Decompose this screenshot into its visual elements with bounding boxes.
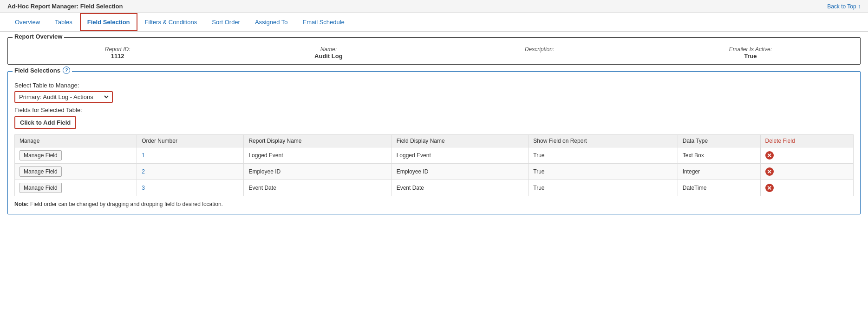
col-header-report-display-name: Report Display Name — [244, 135, 392, 147]
delete-field-icon[interactable]: ✕ — [765, 167, 774, 176]
tab-filters-conditions[interactable]: Filters & Conditions — [137, 13, 205, 31]
table-body: Manage Field1Logged EventLogged EventTru… — [15, 147, 854, 196]
table-select[interactable]: Primary: Audit Log - Actions — [17, 93, 110, 101]
data-type-cell: Text Box — [678, 147, 760, 164]
tab-assigned-to[interactable]: Assigned To — [248, 13, 295, 31]
overview-label: Emailer Is Active: — [729, 46, 772, 53]
field-selections-section: Field Selections ? Select Table to Manag… — [7, 71, 861, 214]
col-header-delete-field: Delete Field — [760, 135, 853, 147]
manage-field-button[interactable]: Manage Field — [20, 183, 62, 193]
fields-table: ManageOrder NumberReport Display NameFie… — [14, 134, 854, 196]
app-header: Ad-Hoc Report Manager: Field Selection B… — [0, 0, 868, 13]
overview-label: Name: — [320, 46, 337, 53]
add-field-button[interactable]: Click to Add Field — [14, 116, 76, 129]
overview-value: True — [744, 53, 757, 60]
field-display-name-cell: Employee ID — [392, 164, 529, 180]
col-header-data-type: Data Type — [678, 135, 760, 147]
tab-tables[interactable]: Tables — [47, 13, 80, 31]
table-select-wrapper: Primary: Audit Log - Actions — [14, 91, 113, 103]
manage-field-button[interactable]: Manage Field — [20, 166, 62, 177]
overview-label: Report ID: — [105, 46, 131, 53]
table-row: Manage Field1Logged EventLogged EventTru… — [15, 147, 854, 164]
col-header-manage: Manage — [15, 135, 137, 147]
table-header-row: ManageOrder NumberReport Display NameFie… — [15, 135, 854, 147]
tab-sort-order[interactable]: Sort Order — [204, 13, 248, 31]
data-type-cell: DateTime — [678, 180, 760, 196]
overview-cell: Description: — [437, 46, 643, 60]
data-type-cell: Integer — [678, 164, 760, 180]
delete-field-icon[interactable]: ✕ — [765, 184, 774, 192]
overview-value: Audit Log — [314, 53, 343, 60]
main-content: Report Overview Report ID:1112Name:Audit… — [0, 32, 868, 226]
manage-cell: Manage Field — [15, 180, 137, 196]
overview-cell: Name:Audit Log — [225, 46, 431, 60]
delete-field-icon[interactable]: ✕ — [765, 151, 774, 160]
tab-email-schedule[interactable]: Email Schedule — [295, 13, 352, 31]
overview-label: Description: — [525, 46, 554, 53]
report-display-name-cell: Event Date — [244, 180, 392, 196]
manage-field-button[interactable]: Manage Field — [20, 150, 62, 160]
manage-cell: Manage Field — [15, 164, 137, 180]
help-icon[interactable]: ? — [63, 67, 70, 74]
order-number-cell: 2 — [137, 164, 244, 180]
report-overview-section: Report Overview Report ID:1112Name:Audit… — [7, 37, 861, 65]
col-header-show-field-on-report: Show Field on Report — [529, 135, 678, 147]
report-overview-grid: Report ID:1112Name:Audit LogDescription:… — [14, 46, 854, 60]
col-header-order-number: Order Number — [137, 135, 244, 147]
fields-for-label: Fields for Selected Table: — [14, 107, 854, 113]
table-row: Manage Field2Employee IDEmployee IDTrueI… — [15, 164, 854, 180]
order-number: 1 — [142, 152, 145, 159]
tab-overview[interactable]: Overview — [7, 13, 47, 31]
back-to-top-link[interactable]: Back to Top ↑ — [827, 3, 861, 10]
report-display-name-cell: Logged Event — [244, 147, 392, 164]
table-header: ManageOrder NumberReport Display NameFie… — [15, 135, 854, 147]
table-row: Manage Field3Event DateEvent DateTrueDat… — [15, 180, 854, 196]
overview-cell: Report ID:1112 — [14, 46, 221, 60]
note-text: Note: Field order can be changed by drag… — [14, 201, 854, 207]
delete-cell: ✕ — [760, 147, 853, 164]
overview-cell: Emailer Is Active:True — [647, 46, 854, 60]
delete-cell: ✕ — [760, 180, 853, 196]
col-header-field-display-name: Field Display Name — [392, 135, 529, 147]
order-number: 2 — [142, 168, 145, 175]
field-selections-legend: Field Selections ? — [13, 67, 72, 74]
report-display-name-cell: Employee ID — [244, 164, 392, 180]
tab-field-selection[interactable]: Field Selection — [80, 13, 137, 31]
app-title: Ad-Hoc Report Manager: Field Selection — [7, 3, 123, 10]
show-field-cell: True — [529, 147, 678, 164]
report-overview-legend: Report Overview — [13, 33, 64, 40]
manage-cell: Manage Field — [15, 147, 137, 164]
field-display-name-cell: Event Date — [392, 180, 529, 196]
show-field-cell: True — [529, 164, 678, 180]
order-number: 3 — [142, 185, 145, 191]
delete-cell: ✕ — [760, 164, 853, 180]
order-number-cell: 1 — [137, 147, 244, 164]
show-field-cell: True — [529, 180, 678, 196]
select-table-label: Select Table to Manage: — [14, 82, 854, 89]
overview-value: 1112 — [111, 53, 124, 60]
tabs-bar: OverviewTablesField SelectionFilters & C… — [0, 13, 868, 32]
order-number-cell: 3 — [137, 180, 244, 196]
field-display-name-cell: Logged Event — [392, 147, 529, 164]
